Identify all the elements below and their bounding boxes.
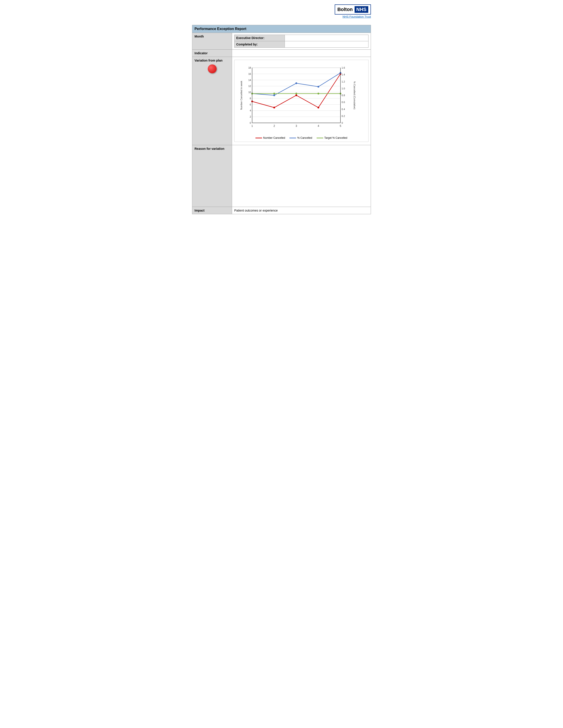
svg-text:0.6: 0.6 bbox=[342, 101, 345, 103]
report-header-row: Performance Exception Report bbox=[192, 25, 371, 33]
variation-label: Variation from plan bbox=[192, 57, 232, 145]
svg-text:4: 4 bbox=[250, 109, 251, 112]
svg-text:1.0: 1.0 bbox=[342, 87, 345, 90]
impact-row: Impact Patient outcomes or experience bbox=[192, 207, 371, 214]
svg-text:8: 8 bbox=[250, 97, 251, 100]
legend-label-number: Number Cancelled bbox=[263, 136, 285, 139]
legend-target-pct: Target % Cancelled bbox=[317, 136, 347, 139]
header-logo-area: Bolton NHS NHS Foundation Trust bbox=[192, 4, 371, 18]
completed-by-row: Completed by: bbox=[234, 41, 369, 48]
svg-text:10: 10 bbox=[248, 91, 251, 94]
svg-text:0.2: 0.2 bbox=[342, 115, 345, 117]
svg-point-44 bbox=[296, 82, 297, 84]
indicator-label: Indicator bbox=[192, 50, 232, 57]
completed-by-label: Completed by: bbox=[234, 41, 285, 48]
report-title: Performance Exception Report bbox=[192, 25, 371, 33]
svg-text:14: 14 bbox=[248, 79, 251, 81]
legend-line-target bbox=[317, 138, 323, 138]
svg-text:0.4: 0.4 bbox=[342, 108, 345, 111]
svg-text:% Cancelled (Cumulative): % Cancelled (Cumulative) bbox=[353, 81, 356, 109]
executive-director-value bbox=[285, 35, 368, 41]
legend-pct-cancelled: % Cancelled bbox=[290, 136, 312, 139]
svg-text:1.2: 1.2 bbox=[342, 80, 345, 83]
executive-director-row: Executive Director: bbox=[234, 35, 369, 41]
reason-row: Reason for variation bbox=[192, 145, 371, 207]
red-dot-indicator bbox=[208, 64, 216, 73]
indicator-content bbox=[232, 50, 371, 57]
legend-number-cancelled: Number Cancelled bbox=[255, 136, 285, 139]
svg-text:Number Cancelled in week: Number Cancelled in week bbox=[240, 81, 242, 110]
variation-row: Variation from plan 02468101214161800.20… bbox=[192, 57, 371, 145]
logo-bolton-text: Bolton bbox=[337, 7, 353, 12]
svg-text:18: 18 bbox=[248, 66, 251, 69]
legend-line-number bbox=[255, 138, 262, 138]
impact-content: Patient outcomes or experience bbox=[232, 207, 371, 214]
svg-text:1: 1 bbox=[251, 124, 253, 128]
reason-content bbox=[232, 145, 371, 207]
legend-label-pct: % Cancelled bbox=[297, 136, 312, 139]
month-content: Executive Director: Completed by: bbox=[232, 33, 371, 50]
svg-text:12: 12 bbox=[248, 85, 251, 87]
logo-box: Bolton NHS bbox=[335, 4, 371, 15]
svg-point-40 bbox=[318, 107, 319, 109]
logo-nhs-text: NHS bbox=[355, 6, 368, 13]
svg-text:16: 16 bbox=[248, 73, 251, 75]
impact-value: Patient outcomes or experience bbox=[234, 209, 278, 212]
legend-label-target: Target % Cancelled bbox=[324, 136, 347, 139]
director-table: Executive Director: Completed by: bbox=[234, 35, 369, 48]
chart-svg: 02468101214161800.20.40.60.81.01.21.41.6… bbox=[237, 63, 356, 134]
svg-text:2: 2 bbox=[250, 115, 251, 118]
svg-point-39 bbox=[296, 94, 297, 96]
variation-content: 02468101214161800.20.40.60.81.01.21.41.6… bbox=[232, 57, 371, 145]
svg-point-48 bbox=[273, 93, 275, 94]
svg-point-45 bbox=[318, 86, 319, 88]
indicator-row: Indicator bbox=[192, 50, 371, 57]
logo-subtitle-text: NHS Foundation Trust bbox=[335, 15, 371, 18]
svg-text:1.6: 1.6 bbox=[342, 66, 345, 69]
impact-label: Impact bbox=[192, 207, 232, 214]
month-row: Month Executive Director: Completed by: bbox=[192, 33, 371, 50]
main-report-table: Performance Exception Report Month Execu… bbox=[192, 25, 371, 214]
month-label: Month bbox=[192, 33, 232, 50]
svg-text:0.8: 0.8 bbox=[342, 94, 345, 97]
chart-legend: Number Cancelled % Cancelled Target % Ca… bbox=[237, 136, 366, 139]
svg-text:6: 6 bbox=[250, 103, 251, 106]
svg-text:4: 4 bbox=[318, 124, 319, 128]
svg-text:1.4: 1.4 bbox=[342, 73, 345, 76]
svg-point-38 bbox=[273, 107, 275, 109]
svg-point-49 bbox=[296, 93, 297, 94]
svg-text:0: 0 bbox=[342, 122, 343, 124]
executive-director-label: Executive Director: bbox=[234, 35, 285, 41]
svg-point-50 bbox=[318, 93, 319, 94]
svg-text:0: 0 bbox=[250, 122, 251, 124]
completed-by-value bbox=[285, 41, 368, 48]
svg-point-43 bbox=[273, 94, 275, 96]
svg-text:2: 2 bbox=[273, 124, 275, 128]
svg-text:5: 5 bbox=[340, 124, 341, 128]
reason-label: Reason for variation bbox=[192, 145, 232, 207]
svg-text:3: 3 bbox=[296, 124, 297, 128]
legend-line-pct bbox=[290, 138, 296, 138]
chart-container: 02468101214161800.20.40.60.81.01.21.41.6… bbox=[234, 60, 369, 142]
